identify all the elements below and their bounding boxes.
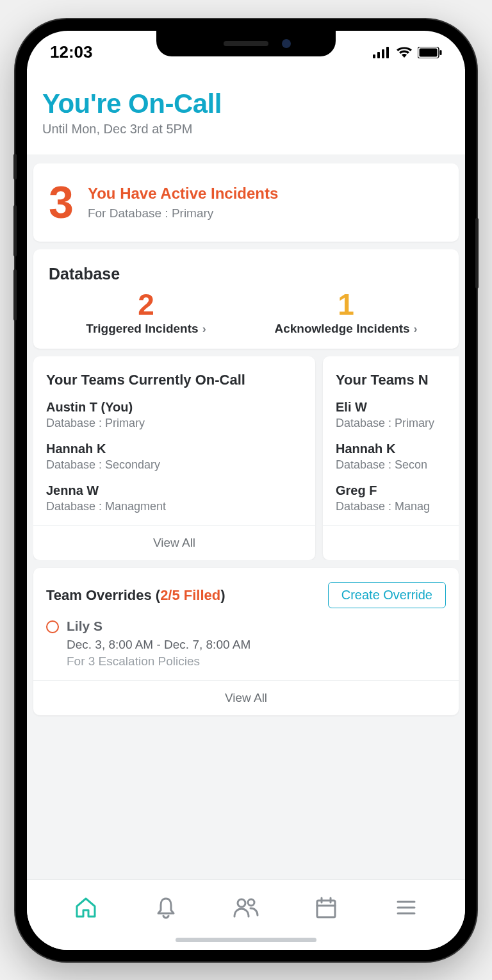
page-title: You're On-Call: [42, 88, 450, 119]
overrides-title-suffix: ): [220, 587, 225, 603]
status-circle-icon: [46, 620, 59, 633]
active-incidents-text: You Have Active Incidents For Database :…: [88, 185, 278, 220]
member-name: Hannah K: [46, 442, 302, 456]
list-item[interactable]: Austin T (You) Database : Primary: [46, 400, 302, 430]
overrides-title: Team Overrides (2/5 Filled): [46, 587, 226, 604]
acknowledged-label: Acknowledge Incidents ›: [274, 322, 417, 336]
notch: [156, 31, 336, 56]
override-time: Dec. 3, 8:00 AM - Dec. 7, 8:00 AM: [67, 638, 250, 652]
chevron-right-icon: ›: [202, 322, 206, 336]
acknowledged-incidents-button[interactable]: 1 Acknowledge Incidents ›: [246, 288, 446, 336]
page-subtitle: Until Mon, Dec 3rd at 5PM: [42, 122, 450, 137]
active-incidents-subtitle: For Database : Primary: [88, 206, 278, 220]
svg-point-7: [238, 899, 245, 907]
teams-current-card: Your Teams Currently On-Call Austin T (Y…: [33, 356, 315, 560]
svg-rect-9: [317, 901, 335, 917]
front-camera: [282, 39, 291, 48]
list-item[interactable]: Jenna W Database : Managment: [46, 483, 302, 513]
tab-teams[interactable]: [230, 892, 262, 924]
view-all-button[interactable]: View All: [33, 525, 315, 560]
screen: 12:03 You're On-Call Until Mon, Dec 3rd …: [27, 31, 465, 950]
member-role: Database : Secondary: [46, 458, 302, 472]
svg-rect-3: [386, 47, 389, 58]
header-section: You're On-Call Until Mon, Dec 3rd at 5PM: [27, 69, 465, 154]
active-incidents-card[interactable]: 3 You Have Active Incidents For Database…: [33, 163, 459, 242]
content: 3 You Have Active Incidents For Database…: [27, 154, 465, 725]
list-item[interactable]: Eli W Database : Primary: [336, 400, 459, 430]
member-name: Austin T (You): [46, 400, 302, 415]
tab-menu[interactable]: [390, 892, 422, 924]
volume-up-button: [13, 205, 17, 256]
member-name: Eli W: [336, 400, 459, 415]
tab-home[interactable]: [70, 892, 102, 924]
teams-next-card: Your Teams N Eli W Database : Primary Ha…: [323, 356, 459, 560]
teams-row[interactable]: Your Teams Currently On-Call Austin T (Y…: [33, 356, 459, 560]
bell-icon: [153, 895, 179, 920]
override-item-text: Lily S Dec. 3, 8:00 AM - Dec. 7, 8:00 AM…: [67, 619, 250, 669]
member-role: Database : Manag: [336, 500, 459, 513]
cellular-signal-icon: [373, 47, 391, 58]
svg-point-8: [248, 899, 254, 906]
status-time: 12:03: [50, 42, 93, 62]
database-stats-row: 2 Triggered Incidents › 1 Acknowledge In…: [46, 288, 446, 336]
view-all-button[interactable]: View All: [33, 680, 459, 715]
list-item[interactable]: Hannah K Database : Secon: [336, 442, 459, 472]
override-name: Lily S: [67, 619, 250, 634]
phone-frame: 12:03 You're On-Call Until Mon, Dec 3rd …: [15, 19, 477, 961]
people-icon: [232, 895, 260, 920]
app-body: You're On-Call Until Mon, Dec 3rd at 5PM…: [27, 69, 465, 879]
volume-down-button: [13, 269, 17, 320]
overrides-card: Team Overrides (2/5 Filled) Create Overr…: [33, 568, 459, 715]
tab-schedule[interactable]: [310, 892, 342, 924]
triggered-label-text: Triggered Incidents: [86, 322, 198, 336]
active-incidents-count: 3: [49, 180, 74, 225]
mute-switch: [13, 154, 17, 179]
list-item[interactable]: Hannah K Database : Secondary: [46, 442, 302, 472]
overrides-title-prefix: Team Overrides (: [46, 587, 160, 603]
svg-rect-5: [420, 48, 438, 56]
teams-next-title: Your Teams N: [336, 372, 459, 388]
member-role: Database : Primary: [336, 417, 459, 430]
svg-rect-2: [382, 49, 384, 58]
active-incidents-title: You Have Active Incidents: [88, 185, 278, 203]
svg-rect-1: [377, 52, 380, 58]
member-role: Database : Primary: [46, 417, 302, 430]
calendar-icon: [313, 895, 339, 920]
create-override-button[interactable]: Create Override: [328, 582, 446, 608]
override-policies: For 3 Escalation Policies: [67, 654, 250, 669]
member-name: Jenna W: [46, 483, 302, 498]
acknowledged-count: 1: [246, 288, 446, 321]
member-role: Database : Secon: [336, 458, 459, 472]
status-icons: [373, 47, 442, 58]
triggered-label: Triggered Incidents ›: [86, 322, 206, 336]
chevron-right-icon: ›: [414, 322, 418, 336]
svg-rect-0: [373, 54, 375, 58]
member-role: Database : Managment: [46, 500, 302, 513]
home-indicator[interactable]: [176, 938, 316, 942]
acknowledged-label-text: Acknowledge Incidents: [274, 322, 409, 336]
speaker: [224, 41, 268, 46]
battery-icon: [418, 47, 442, 58]
overrides-header: Team Overrides (2/5 Filled) Create Overr…: [46, 582, 446, 608]
member-name: Hannah K: [336, 442, 459, 456]
teams-current-title: Your Teams Currently On-Call: [46, 372, 302, 388]
list-item[interactable]: Greg F Database : Manag: [336, 483, 459, 513]
power-button: [475, 218, 479, 288]
overrides-filled-count: 2/5 Filled: [160, 587, 220, 603]
database-card: Database 2 Triggered Incidents › 1: [33, 249, 459, 349]
menu-icon: [393, 895, 419, 920]
triggered-count: 2: [46, 288, 246, 321]
view-all-button[interactable]: [323, 525, 459, 560]
wifi-icon: [396, 47, 413, 58]
svg-rect-6: [440, 50, 442, 55]
home-icon: [73, 895, 99, 920]
database-card-title: Database: [46, 265, 446, 283]
member-name: Greg F: [336, 483, 459, 498]
triggered-incidents-button[interactable]: 2 Triggered Incidents ›: [46, 288, 246, 336]
tab-alerts[interactable]: [150, 892, 182, 924]
override-item[interactable]: Lily S Dec. 3, 8:00 AM - Dec. 7, 8:00 AM…: [46, 619, 446, 669]
